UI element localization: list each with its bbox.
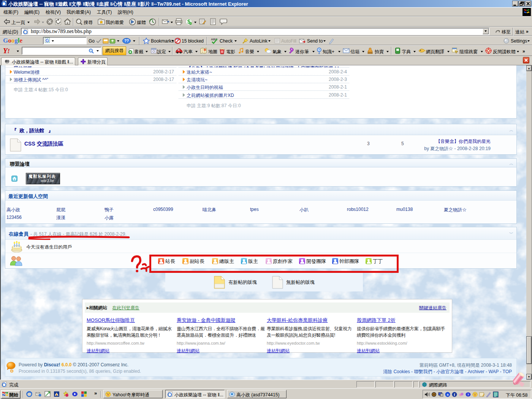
svg-text:?: ? xyxy=(318,49,320,51)
svg-text:15: 15 xyxy=(190,22,192,24)
svg-text:??: ?? xyxy=(124,39,129,43)
svg-text:?: ? xyxy=(467,393,469,396)
